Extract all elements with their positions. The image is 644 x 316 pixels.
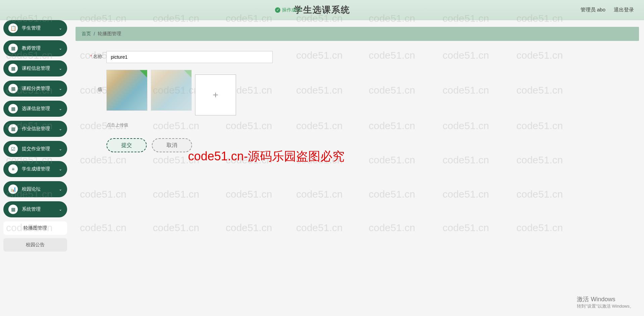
chevron-down-icon: ⌄	[59, 46, 62, 51]
doc-icon: 📋	[8, 23, 18, 33]
success-text: 操作成功	[282, 7, 301, 13]
success-toast: ✓ 操作成功	[275, 7, 301, 13]
check-icon: ✓	[275, 7, 280, 13]
submenu-carousel[interactable]: 轮播图管理	[3, 221, 67, 235]
chevron-down-icon: ⌄	[59, 147, 62, 151]
submit-button[interactable]: 提交	[106, 138, 147, 152]
grid-icon: ▦	[8, 104, 18, 113]
submenu-announcement[interactable]: 校园公告	[3, 238, 67, 252]
breadcrumb-current: 轮播图管理	[98, 31, 121, 37]
sidebar-item-student[interactable]: 📋 学生管理 ⌄	[3, 20, 67, 36]
sidebar-item-teacher[interactable]: ▦ 教师管理 ⌄	[3, 40, 67, 56]
sidebar-item-system[interactable]: ▦ 系统管理 ⌄	[3, 201, 67, 217]
sidebar-item-label: 课程信息管理	[22, 65, 59, 71]
submenu-label: 轮播图管理	[24, 225, 47, 231]
grid-icon: ▦	[8, 64, 18, 73]
thumbnail-1[interactable]	[106, 70, 147, 111]
sidebar-item-label: 学生管理	[22, 25, 59, 31]
sidebar-item-label: 提交作业管理	[22, 146, 59, 152]
grid-icon: ▦	[8, 205, 18, 214]
logout-link[interactable]: 退出登录	[614, 7, 634, 13]
button-row: 提交 取消	[106, 138, 632, 152]
sidebar-item-label: 校园论坛	[22, 186, 59, 192]
thumbnail-2[interactable]	[151, 70, 192, 111]
sidebar-item-selection-info[interactable]: ▦ 选课信息管理 ⌄	[3, 101, 67, 117]
user-label[interactable]: 管理员 abo	[581, 7, 605, 13]
chevron-down-icon: ⌄	[59, 86, 62, 91]
value-label: 值	[82, 70, 102, 93]
cancel-button[interactable]: 取消	[152, 138, 192, 152]
sidebar-item-grades[interactable]: ≡ 学生成绩管理 ⌄	[3, 161, 67, 177]
header-right: 管理员 abo 退出登录	[581, 7, 634, 13]
submenu-label: 校园公告	[26, 242, 45, 248]
sidebar-item-label: 系统管理	[22, 206, 59, 212]
plus-icon: +	[213, 90, 218, 100]
form-row-name: *名称	[82, 51, 632, 63]
breadcrumb: 首页 / 轮播图管理	[76, 27, 639, 41]
header: ✓ 操作成功 学生选课系统 管理员 abo 退出登录	[0, 0, 644, 20]
windows-activation: 激活 Windows 转到"设置"以激活 Windows。	[577, 295, 634, 309]
sidebar-item-label: 学生成绩管理	[22, 166, 59, 172]
grid-icon: ▦	[8, 84, 18, 93]
name-input[interactable]	[106, 51, 273, 63]
chevron-down-icon: ⌄	[59, 187, 62, 192]
chevron-down-icon: ⌄	[59, 26, 62, 31]
form-row-value: 值 +	[82, 70, 632, 115]
grid-icon: ▦	[8, 44, 18, 53]
edit-form: *名称 值 +	[76, 41, 639, 162]
name-label: *名称	[82, 51, 102, 60]
chevron-down-icon: ⌄	[59, 106, 62, 111]
main-content: 首页 / 轮播图管理 *名称 值	[71, 20, 644, 316]
sidebar-item-forum[interactable]: 📊 校园论坛 ⌄	[3, 181, 67, 197]
sidebar-item-label: 教师管理	[22, 45, 59, 51]
chevron-down-icon: ⌄	[59, 167, 62, 171]
required-star: *	[90, 54, 92, 59]
success-corner-icon	[140, 70, 147, 77]
upload-hint: 点击上传值	[106, 122, 632, 128]
sidebar-item-course-category[interactable]: ▦ 课程分类管理 ⌄	[3, 81, 67, 97]
chart-icon: 📊	[8, 185, 18, 194]
breadcrumb-home[interactable]: 首页	[82, 31, 91, 37]
chevron-down-icon: ⌄	[59, 126, 62, 131]
sidebar-item-submit-homework[interactable]: ☑ 提交作业管理 ⌄	[3, 141, 67, 157]
upload-area: +	[106, 70, 236, 115]
check-icon: ☑	[8, 144, 18, 154]
windows-line1: 激活 Windows	[577, 295, 634, 303]
sidebar-item-label: 选课信息管理	[22, 106, 59, 112]
app-title: 学生选课系统	[294, 4, 350, 16]
sidebar: 📋 学生管理 ⌄ ▦ 教师管理 ⌄ ▦ 课程信息管理 ⌄ ▦ 课程分类管理 ⌄ …	[0, 20, 71, 316]
sidebar-item-label: 课程分类管理	[22, 86, 59, 92]
chevron-down-icon: ⌄	[59, 207, 62, 212]
windows-line2: 转到"设置"以激活 Windows。	[577, 303, 634, 309]
sidebar-item-label: 作业信息管理	[22, 126, 59, 132]
grid-icon: ▦	[8, 124, 18, 134]
sidebar-item-homework-info[interactable]: ▦ 作业信息管理 ⌄	[3, 121, 67, 137]
upload-button[interactable]: +	[195, 74, 236, 115]
chevron-down-icon: ⌄	[59, 66, 62, 71]
sidebar-item-course-info[interactable]: ▦ 课程信息管理 ⌄	[3, 60, 67, 76]
list-icon: ≡	[8, 164, 18, 174]
success-corner-icon	[184, 70, 191, 77]
breadcrumb-separator: /	[94, 31, 95, 37]
